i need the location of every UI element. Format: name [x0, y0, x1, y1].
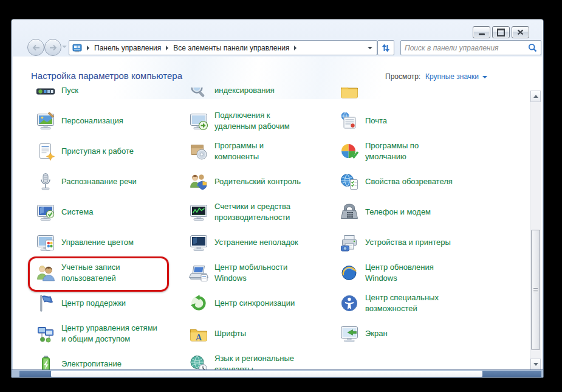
item-mobility-center[interactable]: Центр мобильностиWindows — [189, 258, 335, 288]
page-title: Настройка параметров компьютера — [31, 70, 182, 81]
item-label-line: Центр специальных — [365, 292, 439, 303]
item-label-line: удаленным рабочим — [214, 121, 290, 132]
breadcrumb-arrow-icon — [87, 46, 89, 50]
close-icon — [517, 29, 524, 35]
thumb-grip-icon — [533, 288, 538, 289]
horizontal-scrollbar[interactable] — [12, 370, 543, 377]
item-label: Программы поумолчанию — [365, 140, 419, 162]
item-sync-center[interactable]: Центр синхронизации — [189, 288, 335, 318]
horizontal-scrollbar-track-left — [19, 371, 51, 377]
search-box — [400, 40, 541, 55]
item-language-region[interactable]: Язык и региональныестандарты — [189, 349, 335, 370]
item-taskbar-start-menu[interactable]: Пуск — [36, 88, 182, 106]
performance-icon — [189, 202, 208, 222]
item-indexing-options[interactable]: индексирования — [189, 88, 335, 106]
navigation-toolbar: Панель управления Все элементы панели уп… — [12, 38, 543, 57]
search-icon[interactable] — [528, 43, 537, 52]
item-network-sharing[interactable]: Центр управления сетямии общим доступом — [36, 318, 182, 349]
item-label: Подключения кудаленным рабочим — [214, 110, 290, 132]
personalization-icon — [36, 111, 55, 131]
items-viewport: ПускиндексированияПерсонализацияПодключе… — [13, 88, 529, 370]
mail-icon — [340, 111, 359, 131]
item-display[interactable]: Экран — [340, 318, 485, 349]
maximize-button[interactable] — [492, 26, 510, 38]
item-label-line: Телефон и модем — [365, 207, 431, 218]
item-programs-features[interactable]: Программы икомпоненты — [189, 136, 335, 167]
item-label-line: Шрифты — [214, 328, 246, 339]
getting-started-icon — [36, 142, 55, 161]
view-selector[interactable]: Крупные значки — [425, 72, 487, 81]
item-label-line: Электропитание — [61, 359, 122, 370]
item-mail[interactable]: Почта — [340, 106, 485, 136]
search-input[interactable] — [401, 44, 528, 52]
arrow-up-icon — [533, 95, 538, 98]
refresh-button[interactable] — [377, 40, 394, 55]
item-label-line: Управление цветом — [61, 237, 134, 248]
item-label: Распознавание речи — [61, 176, 137, 187]
item-label: Язык и региональныестандарты — [214, 353, 294, 370]
item-personalization[interactable]: Персонализация — [36, 106, 182, 136]
item-default-programs[interactable]: Программы поумолчанию — [340, 136, 485, 167]
folder-options-icon — [340, 88, 359, 100]
item-label-line: Центр мобильности — [214, 262, 287, 273]
address-bar[interactable]: Панель управления Все элементы панели уп… — [69, 40, 377, 55]
item-getting-started[interactable]: Приступая к работе — [36, 136, 182, 167]
item-color-management[interactable]: Управление цветом — [36, 227, 182, 258]
close-button[interactable] — [512, 26, 529, 38]
item-label: Центр обновленияWindows — [365, 262, 434, 284]
recent-pages-dropdown[interactable] — [62, 46, 67, 48]
troubleshooting-icon — [189, 233, 208, 252]
item-devices-printers[interactable]: Устройства и принтеры — [340, 227, 485, 258]
item-troubleshooting[interactable]: Устранение неполадок — [189, 227, 335, 258]
item-user-accounts[interactable]: Учетные записипользователей — [36, 258, 182, 288]
item-label: Счетчики и средствапроизводительности — [214, 201, 290, 223]
item-label-line: Центр управления сетями — [61, 323, 157, 334]
item-label-line: Подключения к — [214, 110, 290, 121]
fonts-icon: A — [189, 324, 208, 343]
vertical-scrollbar-thumb[interactable] — [531, 230, 540, 350]
item-performance[interactable]: Счетчики и средствапроизводительности — [189, 197, 335, 227]
item-system[interactable]: Система — [36, 197, 182, 227]
breadcrumb-all-items[interactable]: Все элементы панели управления — [173, 44, 289, 52]
item-label-line: Родительский контроль — [214, 176, 301, 187]
forward-arrow-icon — [49, 44, 57, 51]
breadcrumb-arrow-icon[interactable] — [294, 46, 296, 50]
item-label: индексирования — [214, 88, 275, 96]
default-programs-icon — [340, 142, 359, 161]
minimize-button[interactable] — [473, 26, 490, 38]
arrow-down-icon — [533, 363, 538, 366]
display-icon — [340, 324, 359, 343]
item-power-options[interactable]: Электропитание — [36, 349, 182, 370]
remote-desktop-icon — [189, 111, 208, 131]
breadcrumb-control-panel[interactable]: Панель управления — [94, 44, 161, 52]
item-label-line: Программы по — [365, 140, 419, 151]
address-dropdown-icon[interactable] — [368, 47, 372, 49]
item-ease-of-access[interactable]: Центр специальныхвозможностей — [340, 288, 485, 318]
item-windows-update[interactable]: Центр обновленияWindows — [340, 258, 485, 288]
taskbar-start-menu-icon — [36, 88, 55, 100]
item-label: Центр мобильностиWindows — [214, 262, 287, 284]
scroll-up-button[interactable] — [530, 91, 541, 102]
scroll-down-button[interactable] — [530, 359, 541, 370]
horizontal-scrollbar-track-right — [482, 371, 541, 377]
programs-features-icon — [189, 142, 208, 161]
item-label-line: компоненты — [214, 151, 264, 162]
item-label: Центр специальныхвозможностей — [365, 292, 439, 314]
item-label-line: Центр синхронизации — [214, 298, 295, 309]
item-remote-desktop[interactable]: Подключения кудаленным рабочим — [189, 106, 335, 136]
item-fonts[interactable]: AШрифты — [189, 318, 335, 349]
vertical-scrollbar[interactable] — [530, 91, 541, 370]
item-internet-options[interactable]: Свойства обозревателя — [340, 167, 485, 197]
item-phone-modem[interactable]: Телефон и модем — [340, 197, 485, 227]
item-action-center[interactable]: Центр поддержки — [36, 288, 182, 318]
horizontal-scrollbar-thumb[interactable] — [51, 371, 482, 377]
refresh-icon — [381, 43, 391, 53]
item-folder-options[interactable] — [340, 88, 485, 106]
titlebar[interactable] — [12, 19, 543, 38]
forward-button[interactable] — [44, 39, 61, 56]
thumb-grip-icon — [533, 292, 538, 292]
item-parental-controls[interactable]: Родительский контроль — [189, 167, 335, 197]
back-button[interactable] — [27, 39, 44, 56]
item-label: Телефон и модем — [365, 207, 431, 218]
item-speech-recognition[interactable]: Распознавание речи — [36, 167, 182, 197]
